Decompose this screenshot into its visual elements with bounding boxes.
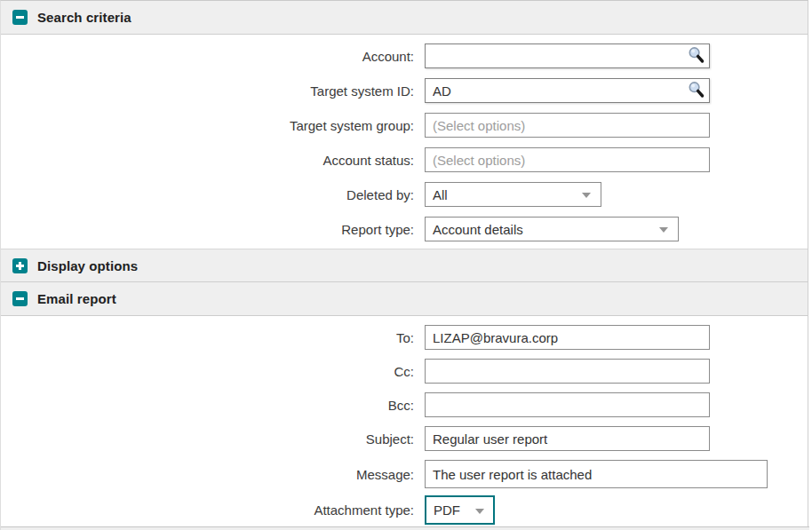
next-section-divider <box>1 526 809 530</box>
message-label: Message: <box>1 467 425 482</box>
target-system-group-multiselect[interactable] <box>425 113 710 138</box>
form-row-cc: Cc: <box>1 359 808 384</box>
attachment-type-select[interactable]: PDF <box>425 495 495 525</box>
form-row-target-system-group: Target system group: <box>1 113 808 138</box>
search-icon[interactable] <box>687 80 706 99</box>
form-row-report-type: Report type: Account details <box>1 217 808 241</box>
message-input[interactable] <box>425 460 768 488</box>
cc-label: Cc: <box>1 364 425 379</box>
form-row-bcc: Bcc: <box>1 392 808 417</box>
account-status-label: Account status: <box>1 153 425 168</box>
target-system-id-label: Target system ID: <box>1 83 425 99</box>
email-report-body: To: Cc: Bcc: Subject: Message: Attachmen… <box>1 316 808 525</box>
cc-input[interactable] <box>425 359 710 384</box>
attachment-type-label: Attachment type: <box>1 502 425 518</box>
deleted-by-select[interactable]: All <box>425 182 601 207</box>
target-system-id-lookup-wrap <box>425 78 710 103</box>
subject-label: Subject: <box>1 431 425 447</box>
form-row-subject: Subject: <box>1 426 808 451</box>
section-header-email-report[interactable]: Email report <box>1 282 808 316</box>
bcc-label: Bcc: <box>1 398 425 413</box>
report-form-page: Search criteria Account: Target system I… <box>0 0 808 530</box>
account-input[interactable] <box>425 44 710 68</box>
form-row-attachment-type: Attachment type: PDF <box>1 495 808 525</box>
target-system-group-label: Target system group: <box>1 118 425 133</box>
attachment-type-selected-value: PDF <box>434 502 460 518</box>
bcc-input[interactable] <box>425 392 710 417</box>
collapse-section-icon[interactable] <box>12 10 28 25</box>
to-input[interactable] <box>425 325 710 350</box>
section-title: Display options <box>37 258 138 273</box>
chevron-down-icon <box>659 227 668 233</box>
deleted-by-label: Deleted by: <box>1 187 425 202</box>
search-icon[interactable] <box>687 45 706 65</box>
target-system-id-input[interactable] <box>425 78 710 103</box>
account-status-multiselect[interactable] <box>425 147 710 172</box>
report-type-selected-value: Account details <box>433 222 523 237</box>
form-row-message: Message: <box>1 460 808 488</box>
chevron-down-icon <box>475 509 484 514</box>
to-label: To: <box>1 330 425 345</box>
collapse-section-icon[interactable] <box>12 291 28 306</box>
account-label: Account: <box>1 49 425 64</box>
section-title: Email report <box>37 291 116 306</box>
report-type-label: Report type: <box>1 222 425 237</box>
section-header-display-options[interactable]: Display options <box>1 249 808 282</box>
form-row-deleted-by: Deleted by: All <box>1 182 808 207</box>
form-row-to: To: <box>1 325 808 350</box>
form-row-account-status: Account status: <box>1 147 808 172</box>
chevron-down-icon <box>582 193 591 198</box>
section-title: Search criteria <box>37 10 131 25</box>
account-lookup-wrap <box>425 44 710 68</box>
subject-input[interactable] <box>425 426 710 451</box>
deleted-by-selected-value: All <box>433 187 448 202</box>
section-header-search-criteria[interactable]: Search criteria <box>1 1 808 35</box>
search-criteria-body: Account: Target system ID: <box>1 35 808 249</box>
form-row-account: Account: <box>1 44 808 68</box>
form-row-target-system-id: Target system ID: <box>1 78 808 103</box>
report-type-select[interactable]: Account details <box>425 217 679 241</box>
expand-section-icon[interactable] <box>12 258 28 273</box>
